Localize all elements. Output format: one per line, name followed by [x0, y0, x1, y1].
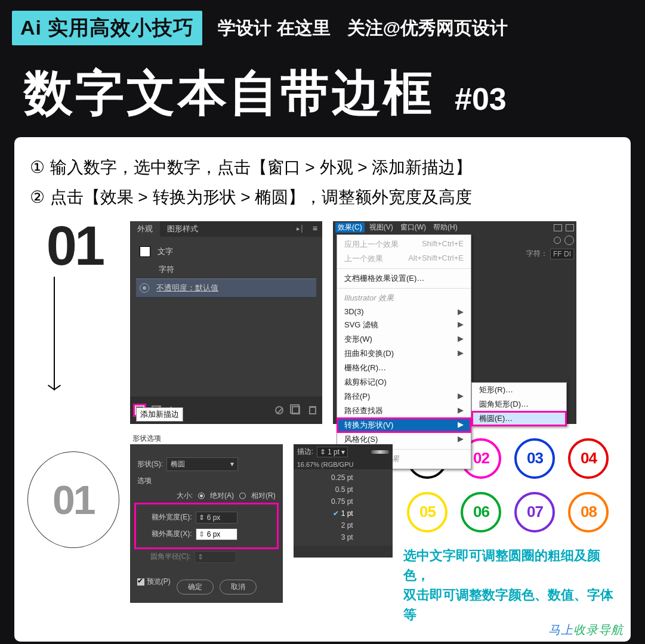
- dd-rasterize[interactable]: 栅格化(R)…: [337, 361, 471, 375]
- watermark-a: 马上: [548, 623, 573, 636]
- example-circle: 06: [461, 492, 501, 532]
- zoom-level: 16.67% (RGB/GPU: [294, 460, 393, 469]
- sub-rect[interactable]: 矩形(R)…: [472, 383, 566, 397]
- extra-height-input[interactable]: ⇕6 px: [196, 528, 237, 540]
- tagline-2: 关注@优秀网页设计: [347, 16, 508, 41]
- example-circle: 07: [514, 492, 555, 532]
- layout-icon-2[interactable]: [566, 224, 574, 231]
- dd-warp[interactable]: 变形(W)▶: [337, 332, 471, 346]
- collapse-icon[interactable]: ▸│: [297, 225, 304, 233]
- dd-crop[interactable]: 裁剪标记(O): [337, 375, 471, 389]
- example-circle: 04: [568, 438, 609, 479]
- tooltip-add-stroke: 添加新描边: [136, 407, 183, 422]
- appearance-row-opacity[interactable]: 不透明度：默认值: [136, 278, 316, 298]
- example-circle: 08: [568, 492, 609, 532]
- sub-round-rect[interactable]: 圆角矩形(D)…: [472, 397, 566, 411]
- menu-view[interactable]: 视图(V): [367, 222, 396, 233]
- dd-last[interactable]: 上一个效果Alt+Shift+Ctrl+E: [337, 252, 471, 266]
- globe-icon[interactable]: [564, 236, 574, 245]
- arrow-down-icon: [54, 277, 55, 390]
- stroke-profile-icon[interactable]: [371, 450, 389, 454]
- pt-opt[interactable]: 2 pt: [294, 519, 365, 531]
- options-label: 选项: [137, 476, 276, 486]
- font-picker[interactable]: FF DI: [550, 249, 574, 259]
- radio-relative-label: 相对(R): [251, 491, 276, 501]
- shape-combo[interactable]: 椭圆▾: [166, 457, 238, 471]
- effects-menu-panel: 效果(C) 视图(V) 窗口(W) 帮助(H) 字符： FF DI: [333, 221, 576, 424]
- radio-absolute[interactable]: [198, 493, 205, 499]
- row-1: 01 外观 图形样式 ▸│ ≡ 文字 字符 不透明度：默认值: [30, 221, 615, 424]
- dd-pathfinder[interactable]: 路径查找器▶: [337, 404, 471, 418]
- row-2: 01 形状选项 形状(S): 椭圆▾ 选项 大小: 绝对(A) 相对(R): [30, 434, 615, 624]
- sample-circle-text: 01: [53, 476, 94, 523]
- extra-size-highlight: 额外宽度(E): ⇕6 px 额外高度(X): ⇕6 px: [137, 506, 276, 546]
- shape-label: 形状(S):: [137, 459, 163, 469]
- search-icon[interactable]: [554, 237, 561, 244]
- dialog-title: 形状选项: [132, 434, 161, 444]
- ok-button[interactable]: 确定: [177, 580, 214, 595]
- caption-line2: 双击即可调整数字颜色、数值、字体等: [403, 585, 615, 624]
- preview-checkbox[interactable]: [137, 578, 144, 586]
- dd-path[interactable]: 路径(P)▶: [337, 389, 471, 404]
- pt-opt[interactable]: 0.75 pt: [294, 496, 365, 507]
- panel-menu-icon[interactable]: ≡: [313, 224, 317, 233]
- dd-distort[interactable]: 扭曲和变换(D)▶: [337, 346, 471, 361]
- duplicate-button[interactable]: [290, 404, 302, 416]
- pt-opt[interactable]: 0.5 pt: [294, 484, 365, 496]
- chevron-down-icon: ▾: [341, 448, 345, 456]
- pt-opt-selected[interactable]: ✔1 pt: [294, 507, 365, 519]
- sub-ellipse[interactable]: 椭圆(E)…: [472, 411, 566, 426]
- font-label: 字符：: [526, 249, 548, 259]
- check-icon: ✔: [333, 509, 339, 518]
- dd-3d[interactable]: 3D(3)▶: [337, 305, 471, 318]
- menu-window[interactable]: 窗口(W): [398, 222, 428, 233]
- step1-text: 输入数字，选中数字，点击【窗口 > 外观 > 添加新描边】: [50, 158, 473, 177]
- caption: 选中文字即可调整圆圈的粗细及颜色， 双击即可调整数字颜色、数值、字体等: [403, 546, 615, 624]
- page-number: #03: [455, 81, 507, 117]
- watermark: 马上收录导航: [548, 622, 624, 638]
- appearance-row-char[interactable]: 字符: [136, 261, 316, 278]
- convert-shape-submenu: 矩形(R)… 圆角矩形(D)… 椭圆(E)…: [471, 382, 567, 426]
- title-row: 数字文本自带边框 #03: [0, 50, 645, 137]
- stroke-weight-input[interactable]: ⇕1 pt▾: [317, 447, 348, 457]
- clear-button[interactable]: [273, 404, 285, 416]
- appearance-row-type[interactable]: 文字: [136, 243, 316, 261]
- cancel-button[interactable]: 取消: [220, 580, 257, 595]
- pt-opt[interactable]: 0.25 pt: [294, 472, 365, 484]
- tab-graphic-styles[interactable]: 图形样式: [160, 221, 205, 237]
- radio-relative[interactable]: [239, 493, 246, 499]
- watermark-b: 收录导航: [573, 623, 624, 636]
- dd-convert-shape[interactable]: 转换为形状(V)▶: [337, 418, 471, 432]
- step2-num: ②: [30, 182, 50, 212]
- page-title: 数字文本自带边框: [24, 61, 434, 126]
- dd-doc-raster[interactable]: 文档栅格效果设置(E)…: [337, 271, 471, 286]
- tagline-1: 学设计 在这里: [218, 16, 330, 41]
- effect-dropdown: 应用上一个效果Shift+Ctrl+E 上一个效果Alt+Shift+Ctrl+…: [337, 234, 471, 469]
- corner-input: ⇕: [195, 551, 236, 563]
- fill-swatch-icon[interactable]: [140, 246, 150, 257]
- stroke-label: 描边:: [297, 447, 313, 457]
- delete-button[interactable]: [307, 404, 319, 416]
- header-taglines: 学设计 在这里 关注@优秀网页设计: [218, 16, 508, 41]
- menu-effect[interactable]: 效果(C): [335, 222, 365, 233]
- appearance-panel: 外观 图形样式 ▸│ ≡ 文字 字符 不透明度：默认值: [130, 221, 322, 424]
- preview-label: 预览(P): [147, 577, 171, 586]
- content-card: ①输入数字，选中数字，点击【窗口 > 外观 > 添加新描边】 ②点击【效果 > …: [14, 137, 631, 642]
- visibility-eye-icon[interactable]: [140, 283, 149, 293]
- layout-icon[interactable]: [554, 224, 562, 231]
- tab-appearance[interactable]: 外观: [130, 221, 160, 237]
- big-number-01: 01: [47, 221, 103, 271]
- pt-opt[interactable]: 3 pt: [294, 531, 365, 543]
- extra-width-input[interactable]: ⇕6 px: [196, 512, 237, 524]
- menu-help[interactable]: 帮助(H): [431, 222, 460, 233]
- dd-apply-last[interactable]: 应用上一个效果Shift+Ctrl+E: [337, 237, 471, 252]
- label-text-type: 文字: [158, 246, 173, 257]
- step1-num: ①: [30, 153, 50, 182]
- toolbar-under: 字符： FF DI: [526, 236, 574, 259]
- dd-svg[interactable]: SVG 滤镜▶: [337, 318, 471, 332]
- label-opacity: 不透明度：默认值: [156, 283, 218, 293]
- big-number-col: 01: [30, 221, 119, 424]
- panel-tabs: 外观 图形样式: [130, 221, 322, 237]
- badge: Ai 实用高效小技巧: [12, 11, 202, 45]
- corner-label: 圆角半径(C):: [137, 552, 191, 562]
